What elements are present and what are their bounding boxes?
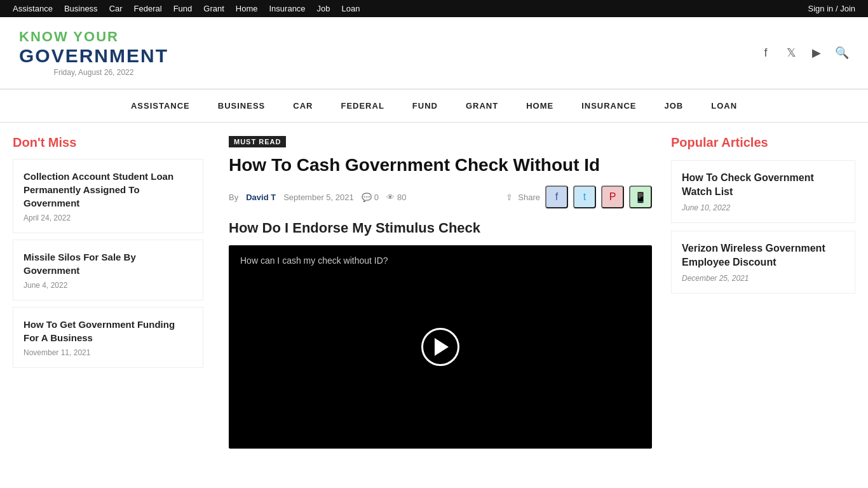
content-wrapper: Don't Miss Collection Account Student Lo…	[0, 123, 868, 461]
sidebar-right: Popular Articles How To Check Government…	[665, 135, 855, 449]
popular-card-date: June 10, 2022	[682, 203, 844, 212]
sign-in-link[interactable]: Sign in / Join	[808, 4, 855, 13]
top-nav-item-fund[interactable]: Fund	[173, 4, 193, 13]
main-nav-item-loan[interactable]: LOAN	[697, 90, 751, 122]
comments-count: 💬 0	[362, 193, 379, 202]
view-number: 80	[397, 193, 406, 202]
search-icon[interactable]: 🔍	[835, 46, 849, 60]
logo-gov: GOVERNMENT	[19, 45, 168, 67]
by-label: By	[229, 193, 238, 202]
popular-card-date: December 25, 2021	[682, 274, 844, 283]
top-nav-item-assistance[interactable]: Assistance	[13, 4, 53, 13]
video-section-title: How Do I Endorse My Stimulus Check	[229, 220, 652, 236]
share-bar: ⇧ Share f t P 📱	[506, 186, 652, 208]
video-caption: How can I cash my check without ID?	[240, 255, 388, 266]
twitter-share-button[interactable]: t	[573, 186, 596, 208]
sidebar-card-title: Collection Account Student Loan Permanen…	[24, 170, 193, 210]
header: KNOW YOUR GOVERNMENT Friday, August 26, …	[0, 17, 868, 89]
popular-card[interactable]: Verizon Wireless Government Employee Dis…	[671, 231, 855, 294]
article-date: September 5, 2021	[283, 193, 354, 202]
author-link[interactable]: David T	[246, 193, 276, 202]
sidebar-card[interactable]: Missile Silos For Sale By Government Jun…	[13, 240, 203, 301]
sidebar-card[interactable]: Collection Account Student Loan Permanen…	[13, 159, 203, 233]
top-bar-nav: AssistanceBusinessCarFederalFundGrantHom…	[13, 4, 360, 13]
views-count: 👁 80	[386, 193, 406, 202]
pinterest-share-button[interactable]: P	[601, 186, 624, 208]
top-nav-item-federal[interactable]: Federal	[134, 4, 162, 13]
play-button[interactable]	[421, 328, 459, 366]
main-nav-item-car[interactable]: CAR	[279, 90, 327, 122]
sidebar-card-title: Missile Silos For Sale By Government	[24, 250, 193, 277]
logo-know: KNOW YOUR	[19, 29, 168, 45]
sidebar-card[interactable]: How To Get Government Funding For A Busi…	[13, 307, 203, 368]
main-nav-item-home[interactable]: HOME	[512, 90, 567, 122]
popular-articles-title: Popular Articles	[671, 135, 855, 150]
logo-date: Friday, August 26, 2022	[19, 68, 168, 77]
sidebar-left: Don't Miss Collection Account Student Lo…	[13, 135, 216, 449]
top-nav-item-job[interactable]: Job	[317, 4, 330, 13]
main-nav-item-fund[interactable]: FUND	[398, 90, 452, 122]
facebook-share-button[interactable]: f	[545, 186, 568, 208]
main-nav-item-business[interactable]: BUSINESS	[204, 90, 279, 122]
facebook-icon[interactable]: f	[759, 46, 773, 60]
comment-icon: 💬	[362, 193, 372, 202]
sidebar-card-title: How To Get Government Funding For A Busi…	[24, 318, 193, 344]
eye-icon: 👁	[386, 193, 395, 202]
logo-area: KNOW YOUR GOVERNMENT Friday, August 26, …	[19, 29, 168, 77]
youtube-icon[interactable]: ▶	[810, 46, 824, 60]
main-nav-item-grant[interactable]: GRANT	[452, 90, 512, 122]
video-container[interactable]: How can I cash my check without ID?	[229, 245, 652, 449]
top-nav-item-business[interactable]: Business	[64, 4, 98, 13]
header-icons: f 𝕏 ▶ 🔍	[759, 46, 849, 60]
popular-card-title: Verizon Wireless Government Employee Dis…	[682, 241, 844, 270]
sidebar-card-date: April 24, 2022	[24, 214, 193, 222]
twitter-icon[interactable]: 𝕏	[784, 46, 798, 60]
main-nav-item-job[interactable]: JOB	[650, 90, 697, 122]
popular-card[interactable]: How To Check Government Watch List June …	[671, 160, 855, 223]
top-bar: AssistanceBusinessCarFederalFundGrantHom…	[0, 0, 868, 17]
must-read-badge: MUST READ	[229, 136, 286, 147]
top-nav-item-insurance[interactable]: Insurance	[269, 4, 306, 13]
article-meta: By David T September 5, 2021 💬 0 👁 80 ⇧ …	[229, 186, 652, 208]
main-nav: ASSISTANCEBUSINESSCARFEDERALFUNDGRANTHOM…	[0, 89, 868, 123]
comment-number: 0	[374, 193, 379, 202]
whatsapp-share-button[interactable]: 📱	[629, 186, 652, 208]
main-nav-item-assistance[interactable]: ASSISTANCE	[117, 90, 204, 122]
top-nav-item-loan[interactable]: Loan	[342, 4, 360, 13]
dont-miss-title: Don't Miss	[13, 135, 203, 150]
top-nav-item-grant[interactable]: Grant	[203, 4, 224, 13]
sidebar-card-date: June 4, 2022	[24, 281, 193, 290]
popular-card-title: How To Check Government Watch List	[682, 171, 844, 200]
article-title: How To Cash Government Check Without Id	[229, 154, 652, 177]
top-nav-item-car[interactable]: Car	[109, 4, 123, 13]
top-nav-item-home[interactable]: Home	[236, 4, 258, 13]
main-nav-item-insurance[interactable]: INSURANCE	[567, 90, 650, 122]
sidebar-card-date: November 11, 2021	[24, 348, 193, 357]
main-content: MUST READ How To Cash Government Check W…	[216, 135, 665, 449]
main-nav-item-federal[interactable]: FEDERAL	[327, 90, 398, 122]
share-icon: ⇧	[506, 193, 513, 202]
share-label: Share	[518, 193, 540, 202]
